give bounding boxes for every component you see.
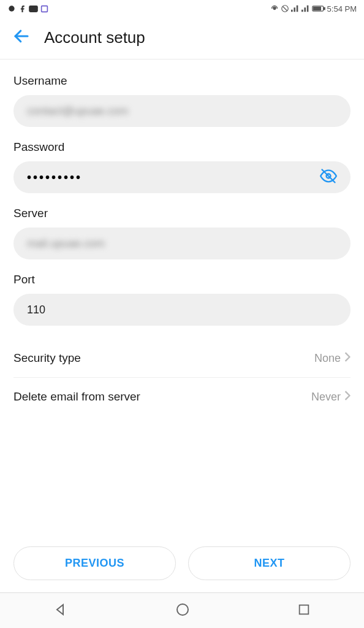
username-input-wrap[interactable]: contact@upuae.com xyxy=(13,95,351,127)
delete-email-row[interactable]: Delete email from server Never xyxy=(13,378,351,416)
signal-icon-2 xyxy=(301,5,310,12)
status-left xyxy=(7,4,48,13)
password-input-wrap[interactable]: ••••••••• xyxy=(13,161,351,193)
facebook-icon xyxy=(18,5,26,13)
chevron-right-icon xyxy=(344,352,351,364)
svg-point-13 xyxy=(177,604,188,615)
password-field: Password ••••••••• xyxy=(13,140,351,193)
status-time: 5:54 PM xyxy=(327,4,357,13)
server-field: Server mail.upuae.com xyxy=(13,207,351,259)
svg-rect-1 xyxy=(29,6,38,12)
server-value: mail.upuae.com xyxy=(27,237,337,250)
server-label: Server xyxy=(13,207,351,220)
next-button[interactable]: NEXT xyxy=(188,546,351,580)
security-type-value: None xyxy=(314,352,341,365)
security-type-row[interactable]: Security type None xyxy=(13,339,351,378)
back-arrow-icon[interactable] xyxy=(12,27,31,48)
previous-button[interactable]: PREVIOUS xyxy=(13,546,176,580)
chat-icon xyxy=(7,4,16,13)
settings-list: Security type None Delete email from ser… xyxy=(13,339,351,416)
port-input-wrap[interactable]: 110 xyxy=(13,294,351,326)
server-input-wrap[interactable]: mail.upuae.com xyxy=(13,228,351,259)
form: Username contact@upuae.com Password ••••… xyxy=(0,59,364,416)
svg-rect-2 xyxy=(42,6,48,12)
svg-rect-14 xyxy=(299,605,308,614)
nav-recent-icon[interactable] xyxy=(297,603,311,619)
svg-rect-8 xyxy=(313,7,320,10)
nav-back-icon[interactable] xyxy=(53,602,68,619)
svg-line-5 xyxy=(282,7,287,11)
button-row: PREVIOUS NEXT xyxy=(0,546,364,580)
delete-email-value-wrap: Never xyxy=(311,391,351,404)
username-value: contact@upuae.com xyxy=(27,105,337,118)
dnd-icon xyxy=(281,4,289,13)
svg-marker-12 xyxy=(57,605,63,615)
youtube-icon xyxy=(29,6,38,12)
username-label: Username xyxy=(13,74,351,88)
svg-point-0 xyxy=(9,6,14,11)
nav-home-icon[interactable] xyxy=(175,602,190,619)
battery-icon xyxy=(312,5,325,12)
port-field: Port 110 xyxy=(13,273,351,326)
password-label: Password xyxy=(13,140,351,154)
username-field: Username contact@upuae.com xyxy=(13,74,351,127)
hotspot-icon xyxy=(270,4,279,13)
delete-email-value: Never xyxy=(311,391,341,404)
chevron-right-icon xyxy=(344,391,351,403)
app-icon xyxy=(40,5,48,13)
security-type-label: Security type xyxy=(13,351,81,365)
status-bar: 5:54 PM xyxy=(0,0,364,17)
port-label: Port xyxy=(13,273,351,286)
delete-email-label: Delete email from server xyxy=(13,390,140,404)
port-value: 110 xyxy=(27,304,337,316)
nav-bar xyxy=(0,592,364,628)
password-value: ••••••••• xyxy=(27,170,315,185)
eye-slash-icon[interactable] xyxy=(320,167,337,187)
header: Account setup xyxy=(0,17,364,59)
svg-point-3 xyxy=(273,7,276,10)
svg-rect-7 xyxy=(324,7,325,9)
page-title: Account setup xyxy=(44,28,145,47)
signal-icon-1 xyxy=(291,5,300,12)
security-type-value-wrap: None xyxy=(314,352,351,365)
status-right: 5:54 PM xyxy=(270,4,357,13)
